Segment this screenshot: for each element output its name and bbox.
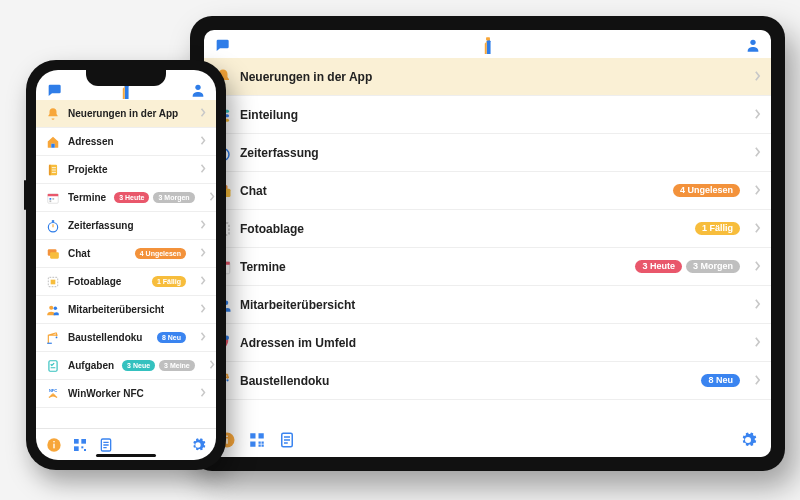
list-item-label: Mitarbeiterübersicht (240, 298, 355, 312)
list-item[interactable]: Projekte (36, 156, 216, 184)
badges: 3 Heute3 Morgen (635, 260, 740, 273)
list-item[interactable]: Termine3 Heute3 Morgen (36, 184, 216, 212)
profile-icon[interactable] (190, 82, 206, 98)
stopwatch-icon (46, 219, 60, 233)
badges: 8 Neu (701, 374, 740, 387)
app-logo-icon (480, 36, 496, 54)
svg-rect-36 (49, 164, 51, 175)
list-item-label: Fotoablage (68, 276, 121, 287)
speech-bubble-icon[interactable] (46, 82, 62, 98)
list-item-label: Zeiterfassung (240, 146, 319, 160)
list-item[interactable]: Termine3 Heute3 Morgen (204, 248, 771, 286)
badge: 8 Neu (701, 374, 740, 387)
svg-point-51 (56, 336, 58, 338)
badge: 3 Neue (122, 360, 155, 371)
list-item[interactable]: Einteilung (204, 96, 771, 134)
list-item[interactable]: Adressen im Umfeld (204, 324, 771, 362)
info-icon[interactable] (46, 437, 62, 453)
chevron-right-icon (200, 276, 206, 287)
people-icon (46, 303, 60, 317)
badge: 8 Neu (157, 332, 186, 343)
list-item-label: Chat (68, 248, 90, 259)
svg-rect-0 (486, 37, 490, 40)
list-item[interactable]: Mitarbeiterübersicht (204, 286, 771, 324)
badges: 4 Ungelesen (673, 184, 740, 197)
chevron-right-icon (200, 332, 206, 343)
svg-rect-56 (53, 441, 54, 442)
list-item-label: Projekte (68, 164, 107, 175)
bell-icon (46, 107, 60, 121)
qr-icon[interactable] (72, 437, 88, 453)
badge: 3 Morgen (153, 192, 194, 203)
badges: 4 Ungelesen (135, 248, 186, 259)
list-item-label: Chat (240, 184, 267, 198)
chevron-right-icon (209, 192, 215, 203)
settings-icon[interactable] (739, 431, 757, 449)
document-icon[interactable] (98, 437, 114, 453)
svg-rect-40 (52, 198, 54, 200)
svg-rect-43 (52, 220, 54, 222)
settings-icon[interactable] (190, 437, 206, 453)
svg-rect-58 (81, 439, 86, 444)
svg-point-21 (226, 379, 228, 381)
phone-device: Neuerungen in der AppAdressenProjekteTer… (26, 60, 226, 470)
qr-icon[interactable] (248, 431, 266, 449)
badges: 1 Fällig (695, 222, 740, 235)
list-item-label: Aufgaben (68, 360, 114, 371)
list-item[interactable]: Aufgaben3 Neue3 Meine (36, 352, 216, 380)
chevron-right-icon (754, 184, 761, 198)
tablet-screen: Neuerungen in der AppEinteilungZeiterfas… (204, 30, 771, 457)
list-item[interactable]: Chat4 Ungelesen (36, 240, 216, 268)
list-item[interactable]: Fotoablage1 Fällig (204, 210, 771, 248)
nfc-icon: NFC (46, 387, 60, 401)
badge: 3 Morgen (686, 260, 740, 273)
badges: 3 Neue3 Meine (122, 360, 195, 371)
list-item[interactable]: Chat4 Ungelesen (204, 172, 771, 210)
badges: 1 Fällig (152, 276, 186, 287)
list-item[interactable]: Neuerungen in der App (204, 58, 771, 96)
chevron-right-icon (754, 108, 761, 122)
chevron-right-icon (754, 260, 761, 274)
svg-rect-50 (47, 342, 52, 343)
svg-rect-29 (262, 445, 264, 447)
svg-rect-57 (74, 439, 79, 444)
svg-rect-60 (81, 446, 83, 448)
svg-rect-52 (49, 360, 57, 371)
list-item[interactable]: Zeiterfassung (204, 134, 771, 172)
list-item-label: Adressen (68, 136, 114, 147)
list-item[interactable]: Adressen (36, 128, 216, 156)
list-item-label: Zeiterfassung (68, 220, 134, 231)
svg-rect-30 (259, 445, 261, 447)
profile-icon[interactable] (745, 37, 761, 53)
svg-rect-24 (226, 436, 228, 438)
badge: 3 Heute (635, 260, 682, 273)
list-item[interactable]: Neuerungen in der App (36, 100, 216, 128)
chat-icon (46, 247, 60, 261)
speech-bubble-icon[interactable] (214, 37, 230, 53)
badge: 1 Fällig (152, 276, 186, 287)
chevron-right-icon (754, 336, 761, 350)
badge: 4 Ungelesen (673, 184, 740, 197)
svg-rect-45 (50, 252, 59, 258)
chevron-right-icon (754, 374, 761, 388)
list-item[interactable]: Baustellendoku8 Neu (204, 362, 771, 400)
chevron-right-icon (200, 108, 206, 119)
list-item[interactable]: Baustellendoku8 Neu (36, 324, 216, 352)
badges: 3 Heute3 Morgen (114, 192, 194, 203)
list-item[interactable]: Mitarbeiterübersicht (36, 296, 216, 324)
chevron-right-icon (200, 220, 206, 231)
list-item[interactable]: NFCWinWorker NFC (36, 380, 216, 408)
svg-rect-28 (259, 442, 261, 444)
phone-screen: Neuerungen in der AppAdressenProjekteTer… (36, 70, 216, 460)
svg-rect-31 (262, 442, 264, 444)
list-item[interactable]: Zeiterfassung (36, 212, 216, 240)
list-item-label: WinWorker NFC (68, 388, 144, 399)
tablet-header (204, 30, 771, 58)
document-icon[interactable] (278, 431, 296, 449)
house-icon (46, 135, 60, 149)
notebook-icon (46, 163, 60, 177)
badge: 1 Fällig (695, 222, 740, 235)
list-item[interactable]: Fotoablage1 Fällig (36, 268, 216, 296)
chevron-right-icon (754, 222, 761, 236)
svg-text:NFC: NFC (49, 387, 57, 392)
